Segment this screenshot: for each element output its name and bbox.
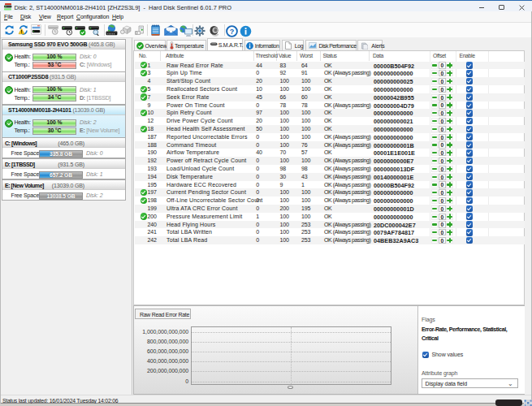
- svg-text:?: ?: [229, 28, 233, 36]
